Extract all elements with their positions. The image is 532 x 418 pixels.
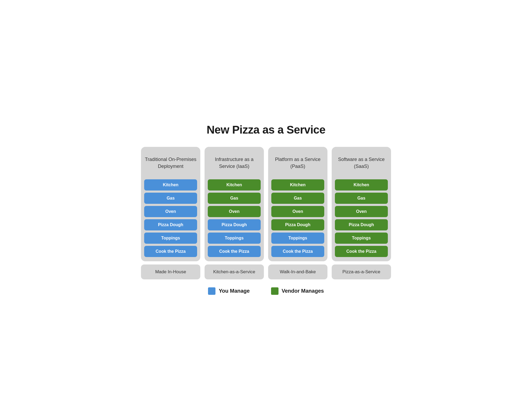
footer-paas: Walk-In-and-Bake <box>268 264 327 279</box>
item-iaas-0: Kitchen <box>208 179 261 191</box>
item-traditional-1: Gas <box>144 193 197 204</box>
footer-traditional: Made In-House <box>141 264 200 279</box>
item-paas-1: Gas <box>271 193 324 204</box>
item-paas-3: Pizza Dough <box>271 219 324 230</box>
column-card-iaas: Infrastructure as a Service (IaaS)Kitche… <box>205 147 264 261</box>
legend-you-manage: You Manage <box>208 287 250 295</box>
item-traditional-2: Oven <box>144 206 197 217</box>
page-title: New Pizza as a Service <box>141 123 391 136</box>
item-saas-2: Oven <box>335 206 388 217</box>
item-saas-3: Pizza Dough <box>335 219 388 230</box>
column-title-traditional: Traditional On-Premises Deployment <box>144 151 197 175</box>
item-iaas-1: Gas <box>208 193 261 204</box>
columns-container: Traditional On-Premises DeploymentKitche… <box>141 147 391 279</box>
item-traditional-0: Kitchen <box>144 179 197 191</box>
page-container: New Pizza as a Service Traditional On-Pr… <box>133 113 399 305</box>
item-paas-5: Cook the Pizza <box>271 246 324 257</box>
item-iaas-3: Pizza Dough <box>208 219 261 230</box>
column-traditional: Traditional On-Premises DeploymentKitche… <box>141 147 200 279</box>
item-iaas-4: Toppings <box>208 233 261 244</box>
item-traditional-4: Toppings <box>144 233 197 244</box>
footer-saas: Pizza-as-a-Service <box>332 264 391 279</box>
column-title-paas: Platform as a Service (PaaS) <box>271 151 324 175</box>
legend-vendor-manages: Vendor Manages <box>271 287 324 295</box>
item-paas-2: Oven <box>271 206 324 217</box>
column-paas: Platform as a Service (PaaS)KitchenGasOv… <box>268 147 327 279</box>
column-iaas: Infrastructure as a Service (IaaS)Kitche… <box>205 147 264 279</box>
vendor-manages-label: Vendor Manages <box>282 288 324 294</box>
item-saas-4: Toppings <box>335 233 388 244</box>
item-traditional-5: Cook the Pizza <box>144 246 197 257</box>
item-iaas-2: Oven <box>208 206 261 217</box>
item-saas-0: Kitchen <box>335 179 388 191</box>
footer-iaas: Kitchen-as-a-Service <box>205 264 264 279</box>
column-title-iaas: Infrastructure as a Service (IaaS) <box>208 151 261 175</box>
column-card-saas: Software as a Service (SaaS)KitchenGasOv… <box>332 147 391 261</box>
you-manage-swatch <box>208 287 215 295</box>
item-iaas-5: Cook the Pizza <box>208 246 261 257</box>
column-card-traditional: Traditional On-Premises DeploymentKitche… <box>141 147 200 261</box>
column-title-saas: Software as a Service (SaaS) <box>335 151 388 175</box>
column-card-paas: Platform as a Service (PaaS)KitchenGasOv… <box>268 147 327 261</box>
item-paas-0: Kitchen <box>271 179 324 191</box>
column-saas: Software as a Service (SaaS)KitchenGasOv… <box>332 147 391 279</box>
item-paas-4: Toppings <box>271 233 324 244</box>
you-manage-label: You Manage <box>219 288 250 294</box>
legend-container: You Manage Vendor Manages <box>141 287 391 295</box>
vendor-manages-swatch <box>271 287 279 295</box>
item-traditional-3: Pizza Dough <box>144 219 197 230</box>
item-saas-5: Cook the Pizza <box>335 246 388 257</box>
item-saas-1: Gas <box>335 193 388 204</box>
